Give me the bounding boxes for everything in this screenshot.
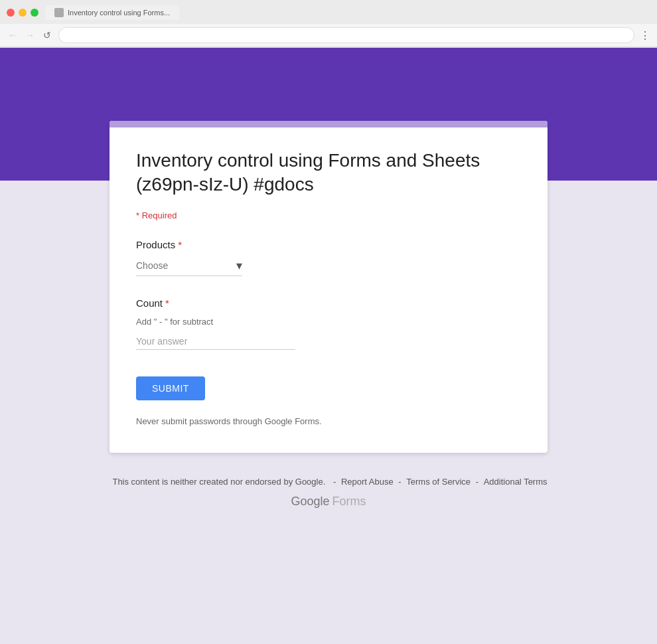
- report-abuse-link[interactable]: Report Abuse: [341, 477, 394, 487]
- browser-tab[interactable]: Inventory control using Forms...: [45, 5, 179, 20]
- products-label: Products *: [136, 239, 521, 250]
- products-section: Products * Choose ▾: [136, 239, 521, 276]
- back-button[interactable]: ←: [7, 29, 19, 41]
- forward-button[interactable]: →: [24, 29, 36, 41]
- form-card-body: Inventory control using Forms and Sheets…: [110, 127, 548, 453]
- page-body: Inventory control using Forms and Sheets…: [0, 181, 657, 595]
- form-title: Inventory control using Forms and Sheets…: [136, 149, 521, 197]
- footer-separator-1: -: [333, 477, 336, 487]
- products-dropdown[interactable]: Choose ▾: [136, 258, 242, 276]
- form-card: Inventory control using Forms and Sheets…: [110, 121, 548, 453]
- form-card-accent: [110, 121, 548, 127]
- privacy-note: Never submit passwords through Google Fo…: [136, 416, 521, 426]
- tab-label: Inventory control using Forms...: [68, 9, 170, 17]
- additional-terms-link[interactable]: Additional Terms: [484, 477, 548, 487]
- footer-separator-2: -: [398, 477, 403, 487]
- titlebar: Inventory control using Forms...: [0, 0, 657, 24]
- footer-separator-3: -: [476, 477, 481, 487]
- count-input[interactable]: [136, 333, 295, 350]
- required-note: * Required: [136, 210, 521, 220]
- close-button[interactable]: [7, 9, 15, 17]
- footer: This content is neither created nor endo…: [0, 466, 657, 522]
- browser-menu-button[interactable]: ⋮: [640, 29, 650, 42]
- maximize-button[interactable]: [31, 9, 38, 17]
- chevron-down-icon: ▾: [236, 258, 242, 273]
- terms-link[interactable]: Terms of Service: [406, 477, 471, 487]
- footer-links: This content is neither created nor endo…: [0, 477, 657, 487]
- count-hint: Add " - " for subtract: [136, 317, 521, 327]
- google-forms-logo: Google Forms: [0, 495, 657, 509]
- products-dropdown-value: Choose: [136, 260, 234, 271]
- minimize-button[interactable]: [19, 9, 27, 17]
- refresh-button[interactable]: ↺: [41, 29, 53, 41]
- tab-favicon: [54, 8, 64, 17]
- page-content: Inventory control using Forms and Sheets…: [0, 48, 657, 644]
- tab-area: Inventory control using Forms...: [45, 5, 179, 20]
- traffic-lights: [7, 9, 38, 17]
- count-required-star: *: [165, 297, 169, 309]
- address-bar[interactable]: [58, 27, 634, 43]
- count-label: Count *: [136, 297, 521, 309]
- count-section: Count * Add " - " for subtract: [136, 297, 521, 350]
- google-logo-text: Google: [291, 495, 329, 509]
- forms-logo-text: Forms: [332, 495, 366, 509]
- submit-button[interactable]: SUBMIT: [136, 376, 205, 400]
- browser-toolbar: ← → ↺ ⋮: [0, 24, 657, 47]
- products-required-star: *: [178, 239, 182, 250]
- browser-chrome: Inventory control using Forms... ← → ↺ ⋮: [0, 0, 657, 48]
